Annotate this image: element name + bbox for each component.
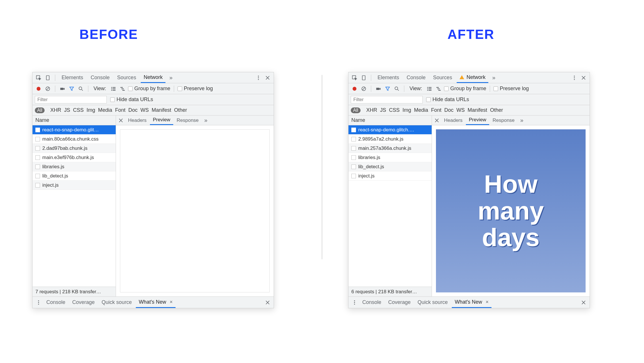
request-row[interactable]: libraries.js	[33, 162, 116, 171]
filter-input[interactable]	[35, 96, 107, 103]
camera-icon[interactable]	[59, 85, 66, 92]
tabs-overflow-icon[interactable]: »	[167, 74, 175, 82]
drawer-tab-coverage[interactable]: Coverage	[385, 297, 414, 308]
name-column-header[interactable]: Name	[348, 116, 432, 125]
tab-network[interactable]: Network	[141, 72, 165, 83]
drawer-close-icon[interactable]	[580, 299, 587, 306]
camera-icon[interactable]	[375, 85, 382, 92]
type-all[interactable]: All	[35, 107, 45, 113]
type-doc[interactable]: Doc	[128, 107, 138, 113]
kebab-menu-icon[interactable]	[571, 74, 578, 82]
tab-sources[interactable]: Sources	[114, 72, 139, 83]
tab-network[interactable]: Network	[457, 72, 488, 83]
request-row[interactable]: main.257a366a.chunk.js	[348, 144, 432, 153]
clear-icon[interactable]	[360, 85, 367, 92]
drawer-tab-whats-new[interactable]: What's New×	[136, 297, 176, 308]
tab-console[interactable]: Console	[404, 72, 428, 83]
record-icon[interactable]	[35, 85, 42, 92]
hide-data-urls-checkbox[interactable]: Hide data URLs	[426, 97, 469, 103]
request-row[interactable]: react-no-snap-demo.glit…	[33, 125, 116, 135]
tab-sources[interactable]: Sources	[430, 72, 455, 83]
request-row[interactable]: 2.9895a7a2.chunk.js	[348, 135, 432, 144]
type-css[interactable]: CSS	[389, 107, 400, 113]
view-list-icon[interactable]	[110, 85, 117, 92]
type-font[interactable]: Font	[115, 107, 125, 113]
request-row[interactable]: inject.js	[33, 181, 116, 190]
type-doc[interactable]: Doc	[444, 107, 454, 113]
search-icon[interactable]	[77, 85, 85, 92]
close-detail-icon[interactable]	[117, 117, 125, 124]
request-row[interactable]: inject.js	[348, 171, 432, 181]
request-row[interactable]: main.e3ef976b.chunk.js	[33, 153, 116, 162]
type-js[interactable]: JS	[380, 107, 386, 113]
detail-tabs-overflow-icon[interactable]: »	[202, 117, 209, 124]
type-css[interactable]: CSS	[73, 107, 84, 113]
type-manifest[interactable]: Manifest	[152, 107, 171, 113]
inspect-icon[interactable]	[351, 74, 358, 82]
tab-elements[interactable]: Elements	[375, 72, 402, 83]
type-all[interactable]: All	[351, 107, 361, 113]
type-other[interactable]: Other	[490, 107, 503, 113]
drawer-tab-console[interactable]: Console	[359, 297, 384, 308]
drawer-menu-icon[interactable]	[35, 299, 42, 306]
type-xhr[interactable]: XHR	[50, 107, 61, 113]
request-row[interactable]: react-snap-demo.glitch.…	[348, 125, 432, 135]
detail-tab-response[interactable]: Response	[174, 116, 202, 125]
search-icon[interactable]	[393, 85, 401, 92]
type-ws[interactable]: WS	[456, 107, 465, 113]
detail-tabs-overflow-icon[interactable]: »	[518, 117, 525, 124]
drawer-menu-icon[interactable]	[351, 299, 358, 306]
close-devtools-icon[interactable]	[264, 74, 271, 82]
type-img[interactable]: Img	[403, 107, 411, 113]
request-row[interactable]: main.80ca66ca.chunk.css	[33, 135, 116, 144]
type-other[interactable]: Other	[174, 107, 187, 113]
filter-input[interactable]	[351, 96, 423, 103]
request-row[interactable]: 2.dad97bab.chunk.js	[33, 144, 116, 153]
clear-icon[interactable]	[44, 85, 52, 92]
preserve-log-checkbox[interactable]: Preserve log	[178, 86, 213, 92]
detail-tab-response[interactable]: Response	[490, 116, 518, 125]
type-font[interactable]: Font	[431, 107, 441, 113]
kebab-menu-icon[interactable]	[255, 74, 262, 82]
filter-icon[interactable]	[384, 85, 391, 92]
record-icon[interactable]	[351, 85, 358, 92]
detail-tab-headers[interactable]: Headers	[441, 116, 465, 125]
detail-tab-preview[interactable]: Preview	[466, 116, 489, 125]
type-manifest[interactable]: Manifest	[468, 107, 487, 113]
preview-frame	[120, 129, 270, 292]
group-by-frame-checkbox[interactable]: Group by frame	[444, 86, 486, 92]
view-list-icon[interactable]	[426, 85, 433, 92]
type-xhr[interactable]: XHR	[366, 107, 377, 113]
close-devtools-icon[interactable]	[580, 74, 587, 82]
request-row[interactable]: libraries.js	[348, 153, 432, 162]
tabs-overflow-icon[interactable]: »	[490, 74, 498, 82]
filter-icon[interactable]	[68, 85, 75, 92]
inspect-icon[interactable]	[35, 74, 42, 82]
hide-data-urls-checkbox[interactable]: Hide data URLs	[110, 97, 153, 103]
request-row[interactable]: lib_detect.js	[348, 162, 432, 171]
tab-console[interactable]: Console	[88, 72, 113, 83]
close-detail-icon[interactable]	[433, 117, 441, 124]
preserve-log-checkbox[interactable]: Preserve log	[494, 86, 529, 92]
name-column-header[interactable]: Name	[33, 116, 116, 125]
view-waterfall-icon[interactable]	[435, 85, 442, 92]
drawer-tab-whats-new[interactable]: What's New×	[452, 297, 491, 308]
type-img[interactable]: Img	[87, 107, 95, 113]
detail-tab-headers[interactable]: Headers	[125, 116, 149, 125]
group-by-frame-checkbox[interactable]: Group by frame	[128, 86, 170, 92]
drawer-tab-quick-source[interactable]: Quick source	[99, 297, 135, 308]
device-icon[interactable]	[44, 74, 52, 82]
request-row[interactable]: lib_detect.js	[33, 171, 116, 181]
type-js[interactable]: JS	[64, 107, 70, 113]
device-icon[interactable]	[360, 74, 367, 82]
drawer-tab-console[interactable]: Console	[43, 297, 68, 308]
drawer-tab-quick-source[interactable]: Quick source	[415, 297, 451, 308]
drawer-close-icon[interactable]	[264, 299, 271, 306]
detail-tab-preview[interactable]: Preview	[150, 116, 173, 125]
type-ws[interactable]: WS	[140, 107, 149, 113]
tab-elements[interactable]: Elements	[59, 72, 86, 83]
view-waterfall-icon[interactable]	[119, 85, 126, 92]
type-media[interactable]: Media	[98, 107, 112, 113]
drawer-tab-coverage[interactable]: Coverage	[69, 297, 98, 308]
type-media[interactable]: Media	[414, 107, 428, 113]
